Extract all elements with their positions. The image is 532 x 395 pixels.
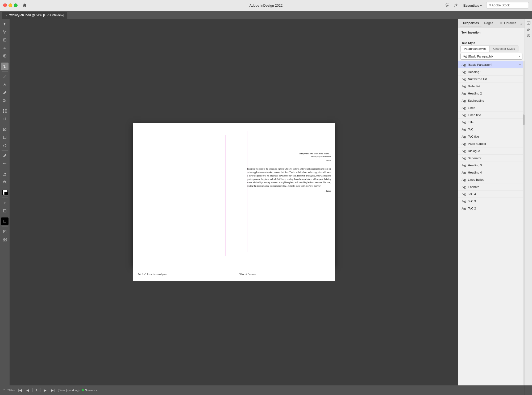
type-tool[interactable]: T <box>1 63 9 70</box>
character-styles-tab[interactable]: Character Styles <box>490 46 518 52</box>
close-button[interactable] <box>3 3 7 7</box>
style-item-endnote[interactable]: Ag Endnote <box>458 183 525 191</box>
tab-pages[interactable]: Pages <box>481 20 496 27</box>
workspace-selector[interactable]: Essentials ▾ <box>462 3 484 8</box>
properties-icon[interactable] <box>526 20 531 26</box>
page-right[interactable]: To my wife Elena, son Alexey, parents...… <box>234 123 335 267</box>
measure-tool[interactable] <box>1 160 9 167</box>
zoom-tool[interactable] <box>1 178 9 186</box>
style-item-subheading[interactable]: Ag Subheading <box>458 97 525 104</box>
style-name-page-number: Page number <box>468 142 521 145</box>
home-button[interactable] <box>22 2 28 8</box>
type-icon: T <box>3 64 6 69</box>
style-item-lined-bullet[interactable]: Ag Lined bullet <box>458 176 525 183</box>
scrollbar-thumb[interactable] <box>523 114 525 125</box>
tab-cc-libraries[interactable]: CC Libraries <box>496 20 519 27</box>
toolbar-divider-4 <box>2 124 8 124</box>
fill-color-box[interactable] <box>2 190 7 195</box>
lightbulb-icon[interactable] <box>444 2 450 9</box>
formatting-affects-text[interactable]: T <box>1 199 9 207</box>
style-item-title[interactable]: Ag Title <box>458 119 525 126</box>
page-bottom-strip: We don't live a thousand years... Table … <box>133 267 335 281</box>
style-ag: Ag <box>462 77 468 81</box>
current-style-selector[interactable]: Ag [Basic Paragraph]+ ▾ <box>460 53 522 60</box>
maximize-button[interactable] <box>14 3 18 7</box>
style-ag: Ag <box>462 163 468 167</box>
direct-selection-tool[interactable] <box>1 28 9 36</box>
panel-expand-button[interactable]: » <box>520 21 522 26</box>
style-item-separator[interactable]: Ag Separator <box>458 155 525 162</box>
paragraph-styles-tab[interactable]: Paragraph Styles <box>460 46 490 52</box>
current-style-name: [Basic Paragraph]+ <box>468 55 519 58</box>
dedication-line2: ...and to you, dear readers! <box>247 155 331 158</box>
dedication-top: To my wife Elena, son Alexey, parents...… <box>247 152 331 162</box>
position-tool[interactable] <box>1 228 9 235</box>
styles-list[interactable]: Ag [Basic Paragraph] ✏ Ag Heading 1 Ag N… <box>458 61 525 385</box>
style-item-dialogue[interactable]: Ag Dialogue <box>458 147 525 155</box>
search-bar[interactable] <box>486 2 529 9</box>
style-name-toc-title: ToC title <box>468 135 521 138</box>
last-page-button[interactable]: ▶| <box>50 388 56 393</box>
prev-page-button[interactable]: ◀ <box>25 388 30 393</box>
style-item-heading1[interactable]: Ag Heading 1 <box>458 68 525 76</box>
style-item-numbered-list[interactable]: Ag Numbered list <box>458 76 525 83</box>
rotate-tool[interactable] <box>1 115 9 123</box>
pathfinder-tool[interactable] <box>1 142 9 149</box>
scissors-tool[interactable] <box>1 97 9 104</box>
style-item-toc2[interactable]: Ag ToC 2 <box>458 205 525 212</box>
svg-rect-22 <box>5 238 6 239</box>
selection-tool[interactable] <box>1 20 9 28</box>
formatting-affects-container[interactable] <box>1 207 9 215</box>
style-item-toc4[interactable]: Ag ToC 4 <box>458 191 525 198</box>
first-page-button[interactable]: |◀ <box>17 388 23 393</box>
minimize-button[interactable] <box>9 3 12 7</box>
style-item-toc[interactable]: Ag ToC <box>458 126 525 133</box>
canvas-area[interactable]: To my wife Elena, son Alexey, parents...… <box>10 19 458 385</box>
style-item-heading3[interactable]: Ag Heading 3 <box>458 162 525 169</box>
style-item-heading2[interactable]: Ag Heading 2 <box>458 90 525 97</box>
line-tool[interactable] <box>1 73 9 80</box>
grid-view-tool[interactable] <box>1 236 9 243</box>
style-ag: Ag <box>462 142 468 146</box>
next-page-button[interactable]: ▶ <box>43 388 48 393</box>
style-item-page-number[interactable]: Ag Page number <box>458 140 525 147</box>
search-input[interactable] <box>492 3 526 7</box>
tab-properties-label: Properties <box>463 21 479 25</box>
style-item-heading4[interactable]: Ag Heading 4 <box>458 169 525 176</box>
links-icon[interactable] <box>526 27 531 32</box>
style-item-lined[interactable]: Ag Lined <box>458 104 525 112</box>
zoom-dropdown-arrow[interactable]: ▾ <box>13 389 15 392</box>
pencil-tool[interactable] <box>1 89 9 96</box>
style-name-lined: Lined <box>468 106 521 109</box>
free-transform-tool[interactable] <box>1 107 9 115</box>
pen-tool[interactable] <box>1 81 9 88</box>
rectangle-frame-tool[interactable] <box>1 126 9 133</box>
hand-tool[interactable] <box>1 170 9 178</box>
edit-style-icon[interactable]: ✏ <box>519 63 521 67</box>
style-item-toc3[interactable]: Ag ToC 3 <box>458 198 525 205</box>
style-item-bullet-list[interactable]: Ag Bullet list <box>458 83 525 90</box>
tab-close-icon[interactable]: ✕ <box>5 14 7 17</box>
text-style-header: Text Style <box>458 39 525 46</box>
style-item-toc-title[interactable]: Ag ToC title <box>458 133 525 140</box>
share-icon[interactable] <box>453 2 459 9</box>
fill-color[interactable] <box>1 189 9 196</box>
page-tool[interactable] <box>1 36 9 44</box>
preview-mode[interactable] <box>1 217 9 225</box>
style-name-separator: Separator <box>468 157 521 160</box>
info-icon[interactable] <box>526 33 531 38</box>
eyedropper-tool[interactable] <box>1 152 9 159</box>
content-collector-tool[interactable] <box>1 52 9 60</box>
style-item-lined-title[interactable]: Ag Lined title <box>458 112 525 119</box>
rectangle-tool[interactable] <box>1 134 9 141</box>
document-tab[interactable]: ✕ *wdlaty-en.indd @ 51% [GPU Preview] <box>2 12 67 19</box>
text-frame-left[interactable] <box>142 135 226 256</box>
tab-properties[interactable]: Properties <box>460 20 481 27</box>
page-number-input[interactable] <box>32 388 40 392</box>
style-item-basic-paragraph[interactable]: Ag [Basic Paragraph] ✏ <box>458 61 525 68</box>
style-ag: Ag <box>462 98 468 103</box>
style-status: [Basic] (working) <box>58 389 80 392</box>
toolbar-divider-7 <box>2 187 8 187</box>
page-left[interactable] <box>133 123 234 267</box>
gap-tool[interactable] <box>1 44 9 52</box>
